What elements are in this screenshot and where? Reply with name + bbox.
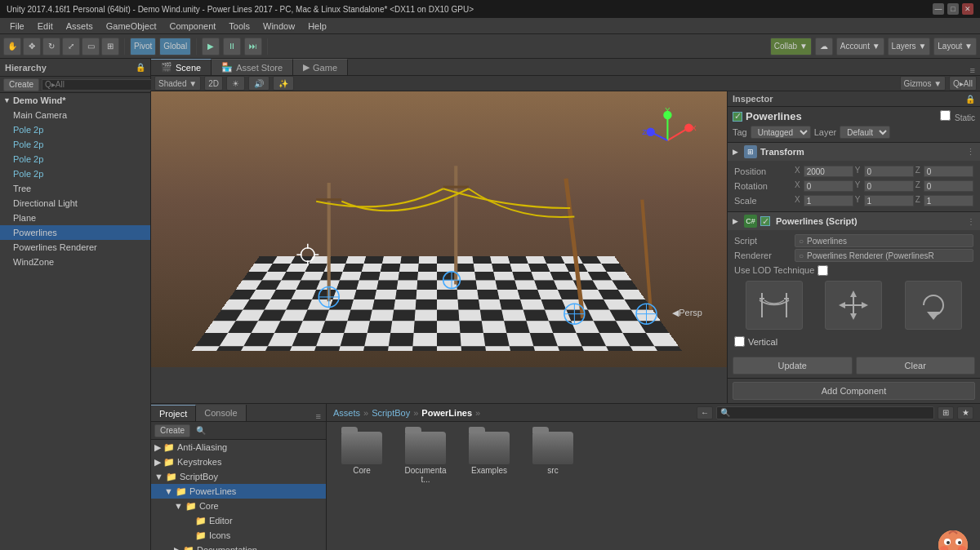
effects-toggle[interactable]: ✨ [273,76,294,91]
scale-x-field[interactable]: 1 [804,195,853,206]
add-component-button[interactable]: Add Component [733,382,975,400]
breadcrumb-scriptboy[interactable]: ScriptBoy [372,408,410,418]
position-y-field[interactable]: 0 [864,166,914,177]
script-active-checkbox[interactable]: ✓ [760,216,770,226]
cloud-button[interactable]: ☁ [815,38,833,55]
tree-item-directionallight[interactable]: Directional Light [0,196,150,211]
tree-item-powerlinesrenderer[interactable]: Powerlines Renderer [0,240,150,255]
position-z-field[interactable]: 0 [924,166,973,177]
rect-tool-button[interactable]: ▭ [82,38,100,55]
tree-item-maincamera[interactable]: Main Camera [0,108,150,122]
menu-file[interactable]: File [3,20,31,33]
scale-y-field[interactable]: 1 [864,195,914,206]
search-filter-button[interactable]: ⊞ [938,406,954,419]
transform-tool-button[interactable]: ⊞ [101,38,119,55]
2d-button[interactable]: 2D [204,76,223,91]
light-toggle[interactable]: ☀ [226,76,245,91]
project-create-button[interactable]: Create [154,424,190,437]
search-scene[interactable]: Q▸All [949,76,977,91]
menu-edit[interactable]: Edit [31,20,60,33]
tree-item-pole3[interactable]: Pole 2p [0,152,150,166]
menu-assets[interactable]: Assets [60,20,100,33]
audio-toggle[interactable]: 🔊 [248,76,270,91]
menu-tools[interactable]: Tools [222,20,256,33]
breadcrumb-assets[interactable]: Assets [333,408,360,418]
transform-header[interactable]: ▶ ⊞ Transform ⋮ [728,143,980,161]
tree-item-pole1[interactable]: Pole 2p [0,122,150,137]
script-component-header[interactable]: ▶ C# ✓ Powerlines (Script) ⋮ [728,212,980,230]
tab-scene[interactable]: 🎬 Scene [151,59,212,75]
project-panel-menu[interactable]: ≡ [311,411,326,421]
content-search-input[interactable] [716,406,934,419]
rotation-y-field[interactable]: 0 [864,180,914,192]
folder-editor[interactable]: ▼📁Editor [151,513,326,528]
menu-help[interactable]: Help [301,20,333,33]
hierarchy-search-input[interactable] [42,79,152,91]
hand-tool-button[interactable]: ✋ [3,38,21,55]
tree-item-pole2[interactable]: Pole 2p [0,137,150,152]
tab-asset-store[interactable]: 🏪 Asset Store [212,59,293,75]
rotate-tool-button[interactable]: ↻ [42,38,60,55]
scene-panel-menu[interactable]: ≡ [965,65,980,75]
folder-card-documentation[interactable]: Documentat... [397,428,454,487]
hierarchy-create-button[interactable]: Create [3,78,39,91]
pause-button[interactable]: ⏸ [223,38,241,55]
clear-button[interactable]: Clear [856,357,976,375]
close-button[interactable]: ✕ [962,3,973,15]
tree-item-plane[interactable]: Plane [0,211,150,225]
folder-card-core[interactable]: Core [333,428,390,487]
renderer-field[interactable]: ○ Powerlines Renderer (PowerlinesR [795,249,973,262]
gizmos-dropdown[interactable]: Gizmos ▼ [900,76,947,91]
viewport[interactable]: X Y Z ◀Persp [151,91,727,367]
move-tool-button[interactable]: ✥ [23,38,41,55]
account-button[interactable]: Account ▼ [836,38,884,55]
star-filter-button[interactable]: ★ [957,406,973,419]
scale-tool-button[interactable]: ⤢ [62,38,80,55]
step-button[interactable]: ⏭ [244,38,262,55]
folder-anti-aliasing[interactable]: ▶📁Anti-Aliasing [151,440,326,455]
folder-keystrokes[interactable]: ▶📁Keystrokes [151,455,326,469]
tab-project[interactable]: Project [151,405,196,421]
minimize-button[interactable]: — [933,3,944,15]
folder-documentation[interactable]: ▶📁Documentation [151,543,326,550]
static-checkbox[interactable] [940,110,951,121]
script-field[interactable]: ○ Powerlines [795,234,973,247]
tab-console[interactable]: Console [196,405,246,421]
maximize-button[interactable]: □ [947,3,959,15]
scale-z-field[interactable]: 1 [924,195,973,206]
tab-game[interactable]: ▶ Game [293,59,348,75]
tree-item-windzone[interactable]: WindZone [0,255,150,269]
global-button[interactable]: Global [159,38,191,55]
folder-icons[interactable]: ▼📁Icons [151,528,326,543]
shaded-dropdown[interactable]: Shaded ▼ [154,76,201,91]
folder-scriptboy[interactable]: ▼📁ScriptBoy [151,469,326,484]
pivot-button[interactable]: Pivot [130,38,156,55]
menu-window[interactable]: Window [256,20,301,33]
collab-button[interactable]: Collab ▼ [770,38,812,55]
poles-icon-btn[interactable] [746,281,803,330]
vertical-checkbox[interactable] [734,336,745,347]
update-button[interactable]: Update [733,357,853,375]
rotation-x-field[interactable]: 0 [804,180,853,192]
tree-item-powerlines[interactable]: Powerlines [0,225,150,240]
folder-card-src[interactable]: src [524,428,581,487]
layer-dropdown[interactable]: Default [840,126,890,139]
play-button[interactable]: ▶ [202,38,220,55]
folder-core[interactable]: ▼📁Core [151,499,326,513]
tree-item-demow[interactable]: ▼ Demo Wind* [0,93,150,108]
tree-item-tree[interactable]: Tree [0,181,150,196]
tree-item-pole4[interactable]: Pole 2p [0,166,150,181]
layout-button[interactable]: Layout ▼ [933,38,977,55]
position-x-field[interactable]: 2000 [804,166,853,177]
menu-component[interactable]: Component [163,20,222,33]
rotation-z-field[interactable]: 0 [924,180,973,192]
refresh-icon-btn[interactable] [905,281,962,330]
folder-card-examples[interactable]: Examples [461,428,518,487]
move-icon-btn[interactable] [825,281,882,330]
layers-button[interactable]: Layers ▼ [888,38,931,55]
menu-gameobject[interactable]: GameObject [100,20,163,33]
tag-dropdown[interactable]: Untagged [751,126,811,139]
nav-back-button[interactable]: ← [697,406,713,419]
folder-powerlines[interactable]: ▼📁PowerLines [151,484,326,499]
lod-checkbox[interactable] [817,265,828,276]
